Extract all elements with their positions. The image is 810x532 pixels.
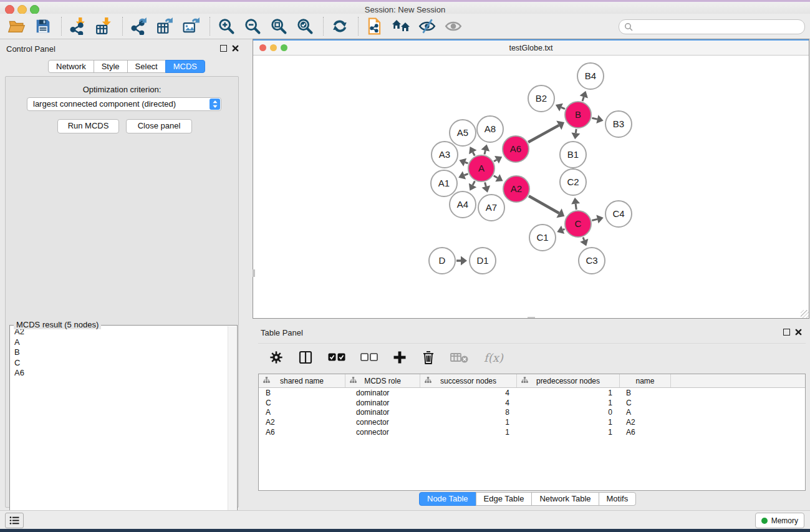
network-from-file-button[interactable] [365,17,384,36]
column-header-MCDS-role[interactable]: MCDS role [345,374,420,387]
graph-node-C4[interactable]: C4 [605,201,632,227]
export-image-button[interactable] [182,17,201,36]
table-cell[interactable]: A2 [259,418,345,427]
table-cell[interactable]: 4 [420,399,517,407]
graph-node-B2[interactable]: B2 [528,85,554,112]
network-canvas[interactable]: B4B2BB3A8A5A6A3B1AC2A1A2A4A7C4CC1C3DD1 [253,56,809,318]
table-cell[interactable]: A [620,408,671,417]
add-column-button[interactable] [393,348,407,367]
delete-table-button[interactable] [450,348,469,367]
graph-edge-A-A1[interactable] [464,174,468,175]
table-row[interactable]: Bdominator41B [259,388,805,398]
table-row[interactable]: A2connector11A2 [259,417,805,427]
graph-node-A2[interactable]: A2 [503,176,529,202]
zoom-out-button[interactable] [243,17,262,36]
show-hide-view-button[interactable] [444,17,463,36]
table-cell[interactable]: 1 [517,389,620,397]
table-cell[interactable]: 1 [420,418,517,427]
graph-node-A5[interactable]: A5 [450,120,476,146]
table-cell[interactable]: A2 [620,418,671,427]
graph-edge-C-C2[interactable] [576,204,576,210]
float-panel-icon[interactable] [783,329,790,336]
graph-edge-A6-B[interactable] [528,125,559,142]
graphics-details-button[interactable] [418,17,436,36]
tab-edge-table[interactable]: Edge Table [476,492,533,506]
window-resize-grip[interactable] [801,310,809,318]
deselect-all-button[interactable] [360,348,378,367]
graph-edge-A-A4[interactable] [473,181,475,185]
graph-edge-A-A7[interactable] [485,182,486,186]
function-builder-button[interactable]: f(x) [484,348,503,367]
network-graph[interactable]: B4B2BB3A8A5A6A3B1AC2A1A2A4A7C4CC1C3DD1 [253,56,809,318]
column-header-successor-nodes[interactable]: successor nodes [420,374,517,387]
graph-node-B1[interactable]: B1 [560,142,586,168]
graph-edge-A2-C[interactable] [529,196,559,213]
save-session-button[interactable] [34,17,52,36]
table-cell[interactable]: 4 [420,389,517,397]
graph-edge-B-B1[interactable] [576,129,576,133]
select-all-button[interactable] [328,348,345,367]
search-input[interactable] [635,21,800,33]
graph-node-A8[interactable]: A8 [477,116,503,142]
mcds-result-item[interactable]: A6 [11,368,228,379]
graph-node-D[interactable]: D [429,248,455,274]
table-cell[interactable]: dominator [345,399,420,407]
graph-node-A1[interactable]: A1 [431,170,457,196]
graph-edge-A-A3[interactable] [465,162,468,163]
delete-column-button[interactable] [422,348,435,367]
graph-node-A7[interactable]: A7 [478,195,504,221]
graph-node-B3[interactable]: B3 [605,111,632,137]
table-cell[interactable]: 1 [517,428,620,437]
graph-edge-A-A6[interactable] [494,160,496,162]
graph-node-A6[interactable]: A6 [503,136,529,162]
tab-mcds[interactable]: MCDS [165,60,205,73]
graph-node-C2[interactable]: C2 [560,169,586,195]
open-session-button[interactable] [7,17,26,36]
vertical-scroll-thumb[interactable] [253,269,255,277]
column-header-name[interactable]: name [620,374,671,387]
graph-node-B4[interactable]: B4 [577,63,604,89]
table-cell[interactable]: 8 [420,408,517,417]
import-table-button[interactable] [95,17,113,36]
table-cell[interactable]: C [259,399,345,407]
mcds-result-item[interactable]: C [11,358,228,369]
table-cell[interactable]: connector [345,418,420,427]
zoom-fit-button[interactable] [269,17,288,36]
refresh-button[interactable] [330,17,349,36]
mcds-result-item[interactable]: B [11,347,228,358]
graph-edge-A-A5[interactable] [473,152,475,156]
tab-node-table[interactable]: Node Table [419,492,476,506]
close-panel-icon[interactable] [232,45,239,52]
table-cell[interactable]: connector [345,428,420,437]
graph-node-B[interactable]: B [565,102,591,128]
import-network-button[interactable] [69,17,87,36]
table-cell[interactable]: 1 [517,418,620,427]
table-cell[interactable]: dominator [345,408,420,417]
graph-node-D1[interactable]: D1 [470,248,496,274]
graph-edge-B-B2[interactable] [561,107,565,109]
tab-network-table[interactable]: Network Table [531,492,599,506]
graph-edge-C-C4[interactable] [592,219,597,220]
graph-edge-C-C1[interactable] [563,229,565,230]
table-cell[interactable]: A6 [259,428,345,437]
zoom-selected-button[interactable] [296,17,314,36]
tab-style[interactable]: Style [94,60,128,73]
graph-edge-A-A2[interactable] [494,176,498,178]
table-row[interactable]: A6connector11A6 [259,427,805,437]
table-settings-button[interactable] [269,348,283,367]
home-button[interactable] [392,17,410,36]
memory-button[interactable]: Memory [755,513,804,528]
graph-node-C1[interactable]: C1 [529,225,556,251]
table-cell[interactable]: A6 [620,428,671,437]
table-row[interactable]: Cdominator41C [259,398,805,408]
column-header-shared-name[interactable]: shared name [259,374,345,387]
table-row[interactable]: Adominator80A [259,408,805,418]
table-cell[interactable]: C [620,399,671,407]
task-history-button[interactable] [5,513,24,528]
table-cell[interactable]: 1 [517,399,620,407]
graph-edge-A-A8[interactable] [485,150,485,154]
float-panel-icon[interactable] [220,45,227,52]
table-cell[interactable]: B [620,389,671,397]
table-cell[interactable]: A [259,408,345,417]
column-header-predecessor-nodes[interactable]: predecessor nodes [517,374,620,387]
